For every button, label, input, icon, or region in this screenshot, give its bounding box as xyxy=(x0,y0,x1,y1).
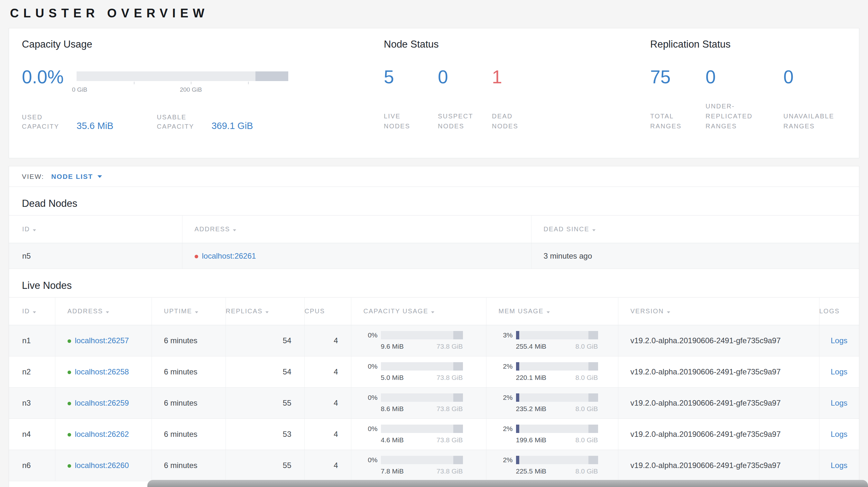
node-mem-usage-cell: 2% 235.2 MiB8.0 GiB xyxy=(486,388,618,419)
replication-status-section: Replication Status 75 TOTAL RANGES 0 UND… xyxy=(637,28,859,158)
mem-total-value: 8.0 GiB xyxy=(575,436,598,444)
capacity-percent: 0% xyxy=(364,394,378,401)
column-header-id[interactable]: ID xyxy=(9,216,182,243)
view-selected-value: NODE LIST xyxy=(51,173,93,181)
suspect-nodes-stat: 0 SUSPECT NODES xyxy=(438,67,492,131)
node-id-cell: n3 xyxy=(9,388,55,419)
node-address-cell: localhost:26259 xyxy=(55,388,152,419)
node-logs-link[interactable]: Logs xyxy=(831,367,847,376)
column-header-address[interactable]: ADDRESS xyxy=(55,297,152,325)
live-nodes-heading: Live Nodes xyxy=(22,280,859,291)
capacity-percent: 0% xyxy=(364,331,378,339)
column-header-logs: LOGS xyxy=(819,297,859,325)
node-capacity-usage-cell: 0% 8.6 MiB73.8 GiB xyxy=(351,388,486,419)
view-selector-dropdown[interactable]: NODE LIST xyxy=(51,173,102,181)
node-address-link[interactable]: localhost:26261 xyxy=(202,252,256,260)
live-node-row: n4 localhost:26262 6 minutes 53 4 0% 4.6… xyxy=(9,419,859,450)
sort-arrow-icon xyxy=(592,229,595,231)
column-header-id[interactable]: ID xyxy=(9,297,55,325)
node-address-link[interactable]: localhost:26260 xyxy=(75,461,129,469)
capacity-percent: 0% xyxy=(364,456,378,464)
capacity-used-value: 4.6 MiB xyxy=(381,436,404,444)
sort-arrow-icon xyxy=(195,312,198,313)
node-logs-link[interactable]: Logs xyxy=(831,430,847,439)
unavailable-ranges-label: UNAVAILABLE RANGES xyxy=(783,111,834,131)
capacity-total-value: 73.8 GiB xyxy=(437,374,463,382)
capacity-usage-mini-bar xyxy=(381,331,463,339)
node-cpus-cell: 4 xyxy=(304,356,351,388)
node-id-cell: n1 xyxy=(9,325,55,356)
total-ranges-label: TOTAL RANGES xyxy=(650,111,706,131)
sort-arrow-icon xyxy=(431,312,434,313)
node-id-cell: n5 xyxy=(9,243,182,269)
mem-percent: 2% xyxy=(499,456,513,464)
axis-tick-icon xyxy=(248,82,249,84)
node-logs-link[interactable]: Logs xyxy=(831,336,847,345)
capacity-usage-heading: Capacity Usage xyxy=(22,39,371,50)
mem-used-value: 225.5 MiB xyxy=(516,467,547,475)
mem-usage-mini-bar xyxy=(516,425,598,433)
node-address-cell: localhost:26258 xyxy=(55,356,152,388)
capacity-total-value: 73.8 GiB xyxy=(437,343,463,350)
column-header-replicas[interactable]: REPLICAS xyxy=(225,297,304,325)
column-header-dead-since[interactable]: DEAD SINCE xyxy=(531,216,859,243)
node-id-cell: n6 xyxy=(9,450,55,481)
node-dead-dot-icon xyxy=(195,255,198,258)
axis-tick-icon xyxy=(191,82,191,84)
node-address-cell: localhost:26260 xyxy=(55,450,152,481)
node-address-link[interactable]: localhost:26259 xyxy=(75,398,129,407)
capacity-used-value: 9.6 MiB xyxy=(381,343,404,350)
axis-tick-icon xyxy=(134,82,134,84)
live-node-row: n3 localhost:26259 6 minutes 55 4 0% 8.6… xyxy=(9,388,859,419)
node-mem-usage-cell: 2% 220.1 MiB8.0 GiB xyxy=(486,356,618,388)
capacity-usage-mini-bar xyxy=(381,425,463,433)
node-address-link[interactable]: localhost:26257 xyxy=(75,336,129,345)
node-capacity-usage-cell: 0% 7.8 MiB73.8 GiB xyxy=(351,450,486,481)
column-header-address[interactable]: ADDRESS xyxy=(182,216,531,243)
node-capacity-usage-cell: 0% 5.0 MiB73.8 GiB xyxy=(351,356,486,388)
node-logs-link[interactable]: Logs xyxy=(831,398,847,407)
column-header-version[interactable]: VERSION xyxy=(618,297,819,325)
under-replicated-ranges-stat: 0 UNDER- REPLICATED RANGES xyxy=(706,67,783,131)
capacity-axis-label-200: 200 GiB xyxy=(180,86,202,93)
node-address-cell: localhost:26257 xyxy=(55,325,152,356)
live-nodes-table: ID ADDRESS UPTIME REPLICAS CPUS CAPACITY… xyxy=(9,297,859,481)
mem-usage-mini-bar xyxy=(516,362,598,370)
node-live-dot-icon xyxy=(68,464,71,468)
capacity-used-value: 8.6 MiB xyxy=(381,405,404,413)
node-capacity-usage-cell: 0% 9.6 MiB73.8 GiB xyxy=(351,325,486,356)
node-address-link[interactable]: localhost:26262 xyxy=(75,430,129,439)
mem-percent: 2% xyxy=(499,425,513,433)
node-dead-since-cell: 3 minutes ago xyxy=(531,243,859,269)
mem-total-value: 8.0 GiB xyxy=(575,343,598,350)
capacity-usage-mini-bar xyxy=(381,362,463,370)
column-header-uptime[interactable]: UPTIME xyxy=(152,297,225,325)
node-status-heading: Node Status xyxy=(384,39,637,50)
used-capacity-stat: USED CAPACITY 35.6 MiB xyxy=(22,112,113,131)
dead-node-row: n5 localhost:26261 3 minutes ago xyxy=(9,243,859,269)
mem-usage-mini-bar xyxy=(516,393,598,402)
mem-total-value: 8.0 GiB xyxy=(575,374,598,382)
node-address-link[interactable]: localhost:26258 xyxy=(75,367,129,376)
sort-arrow-icon xyxy=(266,312,269,313)
under-replicated-ranges-count: 0 xyxy=(706,67,783,87)
mem-used-value: 255.4 MiB xyxy=(516,343,547,350)
node-mem-usage-cell: 3% 255.4 MiB8.0 GiB xyxy=(486,325,618,356)
dropdown-arrow-icon xyxy=(97,175,102,178)
sort-arrow-icon xyxy=(33,229,36,231)
suspect-nodes-label: SUSPECT NODES xyxy=(438,111,492,131)
column-header-mem-usage[interactable]: MEM USAGE xyxy=(486,297,618,325)
node-replicas-cell: 54 xyxy=(225,356,304,388)
node-uptime-cell: 6 minutes xyxy=(152,388,225,419)
live-nodes-count: 5 xyxy=(384,67,438,87)
dead-nodes-header-row: ID ADDRESS DEAD SINCE xyxy=(9,216,859,243)
node-status-section: Node Status 5 LIVE NODES 0 SUSPECT NODES… xyxy=(371,28,637,158)
capacity-usage-mini-bar xyxy=(381,456,463,464)
column-header-capacity-usage[interactable]: CAPACITY USAGE xyxy=(351,297,486,325)
capacity-percent: 0% xyxy=(364,362,378,370)
cluster-summary-card: Capacity Usage 0.0% 0 GiB 200 GiB xyxy=(9,28,859,158)
node-logs-link[interactable]: Logs xyxy=(831,461,847,469)
node-address-cell: localhost:26262 xyxy=(55,419,152,450)
mem-usage-mini-bar xyxy=(516,331,598,339)
unavailable-ranges-count: 0 xyxy=(783,67,834,87)
